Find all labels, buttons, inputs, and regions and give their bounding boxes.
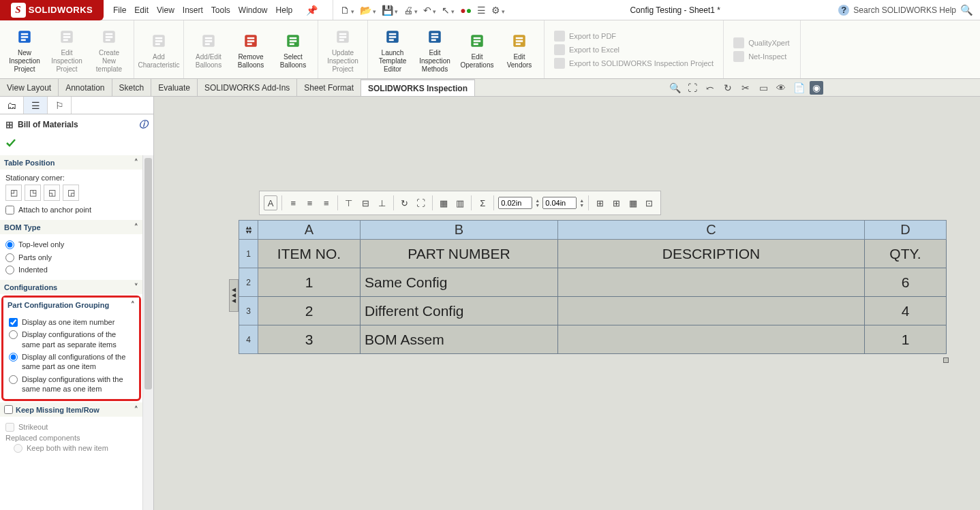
zoom-prev-icon[interactable]: ⤺ — [703, 81, 717, 95]
attach-anchor-checkbox[interactable]: Attach to anchor point — [5, 204, 137, 216]
col-header-B[interactable]: B — [361, 221, 558, 240]
cell-description[interactable] — [558, 325, 865, 354]
table-props-icon[interactable]: ⊡ — [643, 195, 656, 210]
pm-help-icon[interactable]: ⓘ — [139, 118, 148, 131]
menu-insert[interactable]: Insert — [183, 5, 203, 15]
tab-inspection[interactable]: SOLIDWORKS Inspection — [361, 79, 475, 96]
tab-addins[interactable]: SOLIDWORKS Add-Ins — [198, 79, 297, 96]
cell-part-number[interactable]: Same Config — [361, 268, 558, 297]
open-doc-icon[interactable]: 📂 — [360, 5, 376, 16]
align-bottom-icon[interactable]: ⊥ — [375, 195, 388, 210]
align-center-icon[interactable]: ≡ — [303, 195, 317, 210]
corner-tr-icon[interactable]: ◳ — [25, 185, 41, 201]
3d-drawing-view-icon[interactable]: ◉ — [810, 81, 823, 95]
font-format-icon[interactable]: A — [264, 195, 277, 210]
table-row[interactable]: 21Same Config6 — [239, 268, 947, 297]
undo-icon[interactable]: ↶ — [423, 5, 436, 16]
corner-bl-icon[interactable]: ◱ — [44, 185, 60, 201]
table-side-expand[interactable]: ◀◀◀ — [229, 279, 239, 312]
ribbon-btn-new-inspection[interactable]: NewInspectionProject — [4, 23, 45, 76]
table-resize-handle[interactable] — [943, 357, 949, 363]
rotate-icon[interactable]: ↻ — [721, 81, 735, 95]
search-icon[interactable]: 🔍 — [960, 4, 973, 16]
help-icon[interactable]: ? — [838, 5, 849, 16]
header-cell[interactable]: DESCRIPTION — [558, 240, 865, 268]
tab-sketch[interactable]: Sketch — [112, 79, 152, 96]
keep-both-radio[interactable]: Keep both with new item — [5, 442, 137, 454]
align-right-icon[interactable]: ≡ — [320, 195, 333, 210]
insert-below-icon[interactable]: ⊞ — [609, 195, 623, 210]
table-row[interactable]: 32Different Config4 — [239, 297, 947, 325]
header-cell[interactable]: ITEM NO. — [258, 240, 361, 268]
tab-annotation[interactable]: Annotation — [59, 79, 112, 96]
options-list-icon[interactable]: ☰ — [477, 5, 486, 16]
align-top-icon[interactable]: ⊤ — [342, 195, 356, 210]
equation-icon[interactable]: Σ — [476, 195, 489, 210]
cell-part-number[interactable]: BOM Assem — [361, 325, 558, 354]
bom-type-indented[interactable]: Indented — [5, 264, 137, 276]
pcg-opt-separate[interactable]: Display configurations of the same part … — [9, 328, 134, 351]
zoom-area-icon[interactable]: ⛶ — [686, 81, 699, 95]
table-corner[interactable]: ▴▴▾▾ — [239, 221, 258, 240]
settings-gear-icon[interactable]: ⚙ — [491, 5, 505, 16]
menu-tools[interactable]: Tools — [211, 5, 230, 15]
corner-tl-icon[interactable]: ◰ — [5, 185, 22, 201]
cell-description[interactable] — [558, 297, 865, 325]
new-doc-icon[interactable]: 🗋 — [340, 5, 354, 16]
cell-item-no[interactable]: 1 — [258, 268, 361, 297]
ribbon-btn-edit-vendors[interactable]: EditVendors — [499, 23, 540, 76]
section-part-config-grouping[interactable]: Part Configuration Grouping˄ — [3, 298, 139, 312]
col-width-spinner[interactable]: ▲▼ — [535, 198, 540, 208]
ribbon-btn-remove-balloons[interactable]: RemoveBalloons — [230, 23, 271, 76]
menu-help[interactable]: Help — [276, 5, 293, 15]
cell-part-number[interactable]: Different Config — [361, 297, 558, 325]
split-cells-icon[interactable]: ▥ — [453, 195, 467, 210]
menu-edit[interactable]: Edit — [134, 5, 149, 15]
ribbon-btn-edit-inspection[interactable]: EditInspectionMethods — [414, 23, 455, 76]
ribbon-btn-select-balloons[interactable]: SelectBalloons — [273, 23, 313, 76]
pm-ok-button[interactable] — [0, 135, 153, 153]
col-width-input[interactable] — [498, 197, 532, 209]
section-configurations[interactable]: Configurations˅ — [0, 280, 142, 294]
align-middle-icon[interactable]: ⊟ — [358, 195, 372, 210]
insert-above-icon[interactable]: ⊞ — [593, 195, 607, 210]
bom-table[interactable]: ▴▴▾▾ABCD1ITEM NO.PART NUMBERDESCRIPTIONQ… — [239, 220, 947, 354]
rebuild-icon[interactable]: ●● — [460, 5, 472, 16]
bom-type-parts-only[interactable]: Parts only — [5, 251, 137, 264]
menu-window[interactable]: Window — [239, 5, 268, 15]
row-header-4[interactable]: 4 — [239, 325, 258, 354]
scrollbar-thumb[interactable] — [144, 158, 152, 389]
menu-view[interactable]: View — [157, 5, 174, 15]
col-header-C[interactable]: C — [558, 221, 865, 240]
cell-qty[interactable]: 1 — [865, 325, 947, 354]
cell-description[interactable] — [558, 268, 865, 297]
merge-cells-icon[interactable]: ▦ — [437, 195, 450, 210]
cell-qty[interactable]: 4 — [865, 297, 947, 325]
zoom-fit-icon[interactable]: 🔍 — [668, 81, 682, 95]
header-cell[interactable]: PART NUMBER — [361, 240, 558, 268]
cell-qty[interactable]: 6 — [865, 268, 947, 297]
cell-item-no[interactable]: 3 — [258, 325, 361, 354]
search-help-text[interactable]: Search SOLIDWORKS Help — [853, 5, 956, 15]
section-bom-type[interactable]: BOM Type˄ — [0, 220, 142, 234]
row-header-3[interactable]: 3 — [239, 297, 258, 325]
col-header-D[interactable]: D — [865, 221, 947, 240]
select-cursor-icon[interactable]: ↖ — [442, 5, 455, 16]
header-cell[interactable]: QTY. — [865, 240, 947, 268]
hide-show-icon[interactable]: 👁 — [774, 81, 788, 95]
section-keep-missing[interactable]: Keep Missing Item/Row˄ — [0, 402, 142, 417]
menu-file[interactable]: File — [113, 5, 126, 15]
edit-sheet-icon[interactable]: 📄 — [792, 81, 806, 95]
tab-view-layout[interactable]: View Layout — [0, 79, 59, 96]
strikeout-checkbox[interactable]: Strikeout — [5, 421, 137, 433]
pm-scrollbar[interactable] — [142, 155, 153, 510]
fit-text-icon[interactable]: ⛶ — [414, 195, 428, 210]
fm-tab-config-manager-icon[interactable]: ⚐ — [48, 97, 72, 114]
ribbon-btn-edit-operations[interactable]: EditOperations — [457, 23, 497, 76]
pcg-opt-same-name[interactable]: Display configurations with the same nam… — [9, 373, 134, 396]
table-row[interactable]: 43BOM Assem1 — [239, 325, 947, 354]
print-icon[interactable]: 🖨 — [403, 5, 418, 16]
cell-item-no[interactable]: 2 — [258, 297, 361, 325]
pin-icon[interactable]: 📌 — [301, 5, 323, 16]
ribbon-btn-launch-template[interactable]: LaunchTemplateEditor — [372, 23, 413, 76]
